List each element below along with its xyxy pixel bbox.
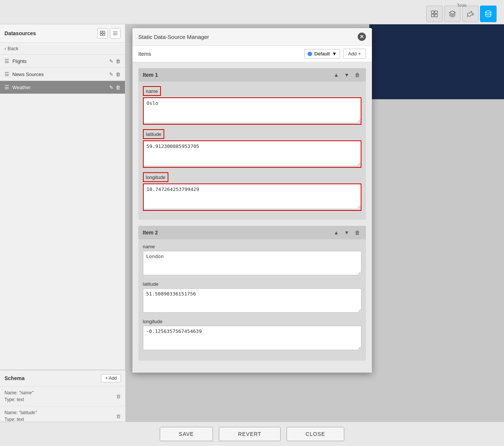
item-2-latitude-label: latitude bbox=[143, 281, 361, 287]
modal-toolbar: Items Default ▼ Add + bbox=[132, 46, 372, 62]
item-2-down-button[interactable]: ▼ bbox=[343, 229, 351, 236]
item-2-name-label: name bbox=[143, 244, 361, 249]
item-2-latitude-field: latitude 51.50890336151756 bbox=[143, 281, 361, 314]
item-2-delete-button[interactable]: 🗑 bbox=[353, 229, 361, 236]
chevron-down-icon: ▼ bbox=[332, 51, 337, 57]
modal-overlay: Static Data-Source Manager ✕ Items Defau… bbox=[0, 24, 504, 446]
svg-rect-2 bbox=[431, 14, 434, 17]
main-area: Datasources bbox=[0, 24, 504, 446]
item-1-delete-button[interactable]: 🗑 bbox=[353, 71, 361, 79]
item-2-longitude-field: longitude -0.1256357567454639 bbox=[143, 319, 361, 352]
tools-button[interactable] bbox=[462, 6, 479, 22]
item-1-latitude-field: latitude 59.912300885953705 bbox=[143, 129, 361, 168]
modal-add-button[interactable]: Add + bbox=[343, 49, 366, 59]
modal-content: Item 1 ▲ ▼ 🗑 name bbox=[132, 62, 372, 373]
item-1-body: name Oslo latitude 59.9 bbox=[138, 82, 366, 220]
modal-dialog: Static Data-Source Manager ✕ Items Defau… bbox=[132, 28, 372, 373]
svg-point-4 bbox=[486, 11, 491, 13]
item-1-longitude-field: longitude 10.747264253799429 bbox=[143, 172, 361, 211]
modal-items-label: Items bbox=[138, 51, 151, 57]
toolbar-buttons bbox=[426, 6, 497, 22]
item-2-name-input[interactable]: London bbox=[143, 251, 361, 275]
toolbar-label: Tools bbox=[457, 3, 467, 7]
item-1-longitude-label: longitude bbox=[146, 175, 166, 180]
modal-header: Static Data-Source Manager ✕ bbox=[132, 28, 372, 46]
item-2-name-field: name London bbox=[143, 244, 361, 277]
item-1-up-button[interactable]: ▲ bbox=[332, 71, 340, 79]
modal-title: Static Data-Source Manager bbox=[138, 34, 209, 40]
svg-rect-3 bbox=[435, 14, 437, 17]
item-2-longitude-input[interactable]: -0.1256357567454639 bbox=[143, 326, 361, 350]
modal-close-button[interactable]: ✕ bbox=[358, 33, 366, 41]
item-1-title: Item 1 bbox=[143, 72, 158, 78]
default-dot-icon bbox=[308, 52, 312, 56]
modal-toolbar-right: Default ▼ Add + bbox=[304, 49, 366, 59]
datasource-tool-button[interactable] bbox=[480, 6, 497, 22]
default-label: Default bbox=[314, 51, 330, 57]
grid-tool-button[interactable] bbox=[426, 6, 443, 22]
save-button[interactable]: SAVE bbox=[160, 427, 213, 441]
item-2-longitude-label: longitude bbox=[143, 319, 361, 324]
svg-rect-1 bbox=[435, 11, 437, 13]
item-2-up-button[interactable]: ▲ bbox=[332, 229, 340, 236]
modal-footer: SAVE REVERT CLOSE bbox=[0, 422, 504, 446]
toolbar: Tools bbox=[0, 0, 504, 24]
item-1-down-button[interactable]: ▼ bbox=[343, 71, 351, 79]
item-1-actions: ▲ ▼ 🗑 bbox=[332, 71, 361, 79]
item-card-2: Item 2 ▲ ▼ 🗑 name London lat bbox=[138, 226, 366, 361]
item-2-actions: ▲ ▼ 🗑 bbox=[332, 229, 361, 236]
item-1-header: Item 1 ▲ ▼ 🗑 bbox=[138, 68, 366, 82]
item-2-body: name London latitude 51.50890336151756 l… bbox=[138, 239, 366, 361]
svg-rect-0 bbox=[431, 11, 434, 13]
item-1-name-input[interactable]: Oslo bbox=[144, 98, 361, 122]
close-button[interactable]: CLOSE bbox=[287, 427, 344, 441]
item-1-longitude-input[interactable]: 10.747264253799429 bbox=[144, 184, 361, 209]
revert-button[interactable]: REVERT bbox=[219, 427, 281, 441]
item-1-name-label: name bbox=[146, 88, 158, 94]
item-2-header: Item 2 ▲ ▼ 🗑 bbox=[138, 226, 366, 239]
item-1-latitude-label: latitude bbox=[146, 131, 162, 137]
item-1-name-field: name Oslo bbox=[143, 86, 361, 125]
item-card-1: Item 1 ▲ ▼ 🗑 name bbox=[138, 68, 366, 220]
layers-tool-button[interactable] bbox=[444, 6, 461, 22]
default-select[interactable]: Default ▼ bbox=[304, 49, 340, 58]
item-1-latitude-input[interactable]: 59.912300885953705 bbox=[144, 141, 361, 166]
item-2-latitude-input[interactable]: 51.50890336151756 bbox=[143, 288, 361, 313]
item-2-title: Item 2 bbox=[143, 230, 158, 236]
